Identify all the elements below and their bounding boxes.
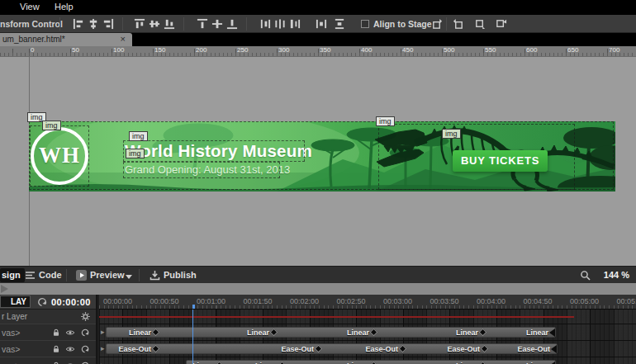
align-middle-edge-icon[interactable] (211, 18, 223, 30)
timeline-ruler[interactable]: 00:00:0000:00:5000:01:0000:01:5000:02:00… (99, 295, 636, 310)
easing-label: Ease-Out (118, 345, 151, 353)
timeline-ruler-label: 00:03:50 (430, 297, 459, 305)
zoom-level-value[interactable]: 144 % (604, 270, 629, 280)
view-toolbar: sign Code Preview Publish 144 % (0, 266, 636, 283)
align-toolbar: nsform Control Align to Stage (0, 15, 636, 33)
timeline-panel: LAY 00:00:00 r Layer vas>vas>vas> 00:00:… (0, 295, 636, 364)
align-center-icon[interactable] (88, 18, 99, 30)
transform-control-label[interactable]: nsform Control (0, 19, 63, 29)
play-button[interactable]: LAY (0, 295, 31, 308)
design-view-button[interactable]: sign (0, 268, 25, 282)
banner-artboard[interactable]: WH World History Museum Grand Opening: A… (29, 121, 615, 191)
track-row[interactable]: ▸LinearLinearLinearLinearLinear (99, 357, 636, 364)
align-right-icon[interactable] (102, 18, 114, 30)
track-expand-arrow[interactable]: ▸ (101, 361, 105, 364)
align-to-stage-checkbox[interactable] (361, 20, 369, 28)
publish-button[interactable]: Publish (164, 270, 197, 280)
timeline-ruler-label: 00:02:50 (337, 297, 366, 305)
rotate-cw-icon[interactable] (453, 18, 464, 30)
loop-playback-icon[interactable] (36, 296, 48, 308)
visibility-icon[interactable] (65, 361, 75, 364)
visibility-icon[interactable] (65, 344, 75, 354)
stage-ruler[interactable]: 0501001502002503003504004505005506006507… (0, 46, 636, 57)
toolbar-separator (246, 17, 247, 31)
img-element-tag[interactable]: img (376, 116, 395, 126)
logo-selection-box (30, 125, 89, 187)
trex-selection-box (378, 124, 575, 190)
track-expand-arrow[interactable]: ▸ (101, 328, 105, 336)
toolbar-separator (122, 17, 123, 31)
track-row[interactable]: ▸LinearLinearLinearLinearLinear (99, 324, 636, 341)
layer-row[interactable]: vas> (0, 341, 96, 357)
easing-label: Ease-Out (281, 345, 314, 353)
distribute-right-icon[interactable] (289, 18, 301, 30)
playhead-ruler-marker[interactable] (192, 305, 195, 309)
menubar: View Help (0, 0, 636, 15)
img-element-tag[interactable]: img (42, 121, 61, 130)
stage-ruler-label: 150 (154, 46, 165, 54)
stage-ruler-label: 50 (72, 46, 79, 54)
stage-ruler-label: 450 (402, 46, 413, 54)
timeline-ruler-label: 00:00:00 (103, 297, 132, 305)
img-element-tag[interactable]: img (442, 129, 461, 139)
layer-name: vas> (2, 361, 20, 364)
animation-span[interactable] (106, 327, 556, 338)
distribute-left-icon[interactable] (259, 18, 271, 30)
layer-header-label: r Layer (2, 312, 27, 321)
code-view-button[interactable]: Code (39, 270, 62, 280)
panel-divider-strip (0, 283, 636, 295)
align-top-edge-icon[interactable] (197, 18, 208, 30)
preview-dropdown-caret[interactable] (126, 275, 132, 279)
align-left-icon[interactable] (73, 18, 84, 30)
panel-collapse-chevron-icon[interactable] (1, 285, 8, 293)
stage-ruler-label: 300 (278, 46, 289, 54)
align-bottom-icon[interactable] (164, 18, 175, 30)
flip-vertical-icon[interactable] (496, 18, 507, 30)
labels-track-row[interactable] (99, 310, 636, 324)
rotate-ccw-icon[interactable] (431, 18, 443, 30)
timeline-ruler-label: 00:03:00 (383, 297, 412, 305)
preview-button[interactable]: Preview (90, 270, 125, 280)
align-top-icon[interactable] (134, 18, 145, 30)
layer-loop-icon[interactable] (80, 344, 90, 354)
layer-loop-icon[interactable] (80, 361, 90, 364)
stage-canvas[interactable]: WH World History Museum Grand Opening: A… (0, 57, 636, 266)
layer-row[interactable]: vas> (0, 357, 96, 364)
animation-span[interactable] (106, 343, 558, 354)
stage-ruler-label: 0 (31, 46, 34, 54)
code-icon (25, 270, 36, 281)
timeline-ruler-label: 00:05:50 (617, 297, 636, 305)
layer-list: vas>vas>vas> (0, 324, 96, 364)
document-tabbar: um_banner.html* × (0, 33, 636, 46)
playhead-time-display: 00:00:00 (51, 297, 91, 307)
stage-ruler-label: 100 (113, 46, 124, 54)
gear-icon[interactable] (80, 311, 91, 322)
flip-horizontal-icon[interactable] (474, 18, 486, 30)
timeline-track-area: 00:00:0000:00:5000:01:0000:01:5000:02:00… (99, 295, 636, 364)
align-middle-icon[interactable] (149, 18, 160, 30)
lock-icon[interactable] (51, 328, 61, 338)
document-tab[interactable]: um_banner.html* × (0, 33, 132, 46)
timeline-ruler-label: 00:02:00 (290, 297, 319, 305)
timeline-ruler-label: 00:05:00 (570, 297, 599, 305)
img-element-tag[interactable]: img (126, 149, 145, 158)
playhead-line[interactable] (192, 310, 193, 364)
timeline-ruler-label: 00:01:50 (244, 297, 273, 305)
distribute-space-icon[interactable] (316, 18, 327, 30)
track-row[interactable]: ▸Ease-OutEase-OutEase-OutEase-OutEase-Ou… (99, 341, 636, 357)
layer-loop-icon[interactable] (80, 328, 90, 338)
menu-view[interactable]: View (20, 2, 40, 12)
tab-close-icon[interactable]: × (121, 34, 126, 45)
track-expand-arrow[interactable]: ▸ (101, 344, 105, 352)
distribute-center-icon[interactable] (274, 18, 286, 30)
layer-name: vas> (2, 344, 20, 354)
menu-help[interactable]: Help (55, 2, 74, 12)
layer-row[interactable]: vas> (0, 324, 96, 341)
align-bottom-edge-icon[interactable] (226, 18, 238, 30)
tab-title: um_banner.html* (2, 35, 65, 44)
distribute-space-v-icon[interactable] (334, 18, 345, 30)
visibility-icon[interactable] (65, 328, 75, 338)
lock-icon[interactable] (51, 344, 61, 354)
lock-icon[interactable] (51, 361, 61, 364)
img-element-tag[interactable]: img (129, 131, 148, 141)
